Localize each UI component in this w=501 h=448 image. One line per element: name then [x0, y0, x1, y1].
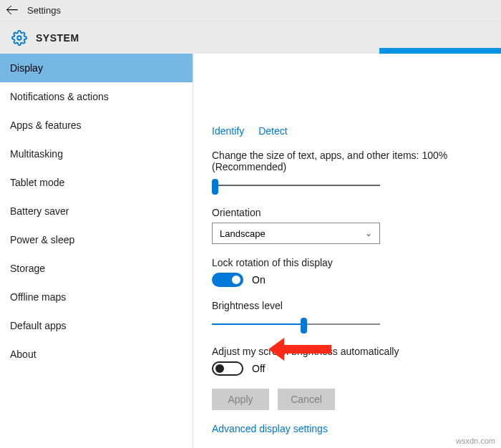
sidebar-item-notifications[interactable]: Notifications & actions	[0, 82, 193, 111]
gear-icon	[11, 30, 27, 46]
lock-rotation-toggle[interactable]	[212, 273, 243, 287]
sidebar-item-about[interactable]: About	[0, 340, 193, 369]
content-pane: Identify Detect Change the size of text,…	[193, 54, 501, 448]
back-button[interactable]: 🡠	[6, 3, 27, 18]
auto-brightness-value: Off	[252, 363, 265, 374]
sidebar-item-battery[interactable]: Battery saver	[0, 197, 193, 225]
sidebar-item-multitasking[interactable]: Multitasking	[0, 140, 193, 168]
detect-link[interactable]: Detect	[258, 125, 287, 137]
lock-rotation-label: Lock rotation of this display	[212, 257, 482, 268]
auto-brightness-label: Adjust my screen brightness automaticall…	[212, 346, 482, 357]
sidebar-item-maps[interactable]: Offline maps	[0, 283, 193, 311]
brightness-slider[interactable]	[212, 316, 380, 333]
auto-brightness-toggle[interactable]	[212, 361, 243, 376]
advanced-link[interactable]: Advanced display settings	[212, 423, 482, 434]
svg-point-0	[17, 36, 21, 40]
lock-rotation-value: On	[252, 274, 266, 286]
brightness-label: Brightness level	[212, 300, 482, 311]
slider-thumb[interactable]	[301, 318, 307, 333]
apply-button[interactable]: Apply	[212, 389, 269, 410]
sidebar-item-storage[interactable]: Storage	[0, 254, 193, 283]
watermark: wsxdn.com	[456, 437, 495, 445]
sidebar-item-display[interactable]: Display	[0, 54, 193, 82]
sidebar-item-default-apps[interactable]: Default apps	[0, 311, 193, 340]
accent-bar	[379, 48, 501, 54]
sidebar-item-power[interactable]: Power & sleep	[0, 225, 193, 254]
sidebar: Display Notifications & actions Apps & f…	[0, 54, 193, 448]
sidebar-item-apps[interactable]: Apps & features	[0, 111, 193, 140]
orientation-select[interactable]: Landscape ⌄	[212, 223, 380, 244]
text-size-label: Change the size of text, apps, and other…	[212, 150, 482, 172]
orientation-value: Landscape	[220, 228, 266, 239]
text-size-slider[interactable]	[212, 177, 380, 194]
chevron-down-icon: ⌄	[365, 228, 372, 238]
category-label: SYSTEM	[36, 32, 79, 44]
window-title: Settings	[27, 5, 61, 16]
sidebar-item-tablet[interactable]: Tablet mode	[0, 168, 193, 197]
slider-thumb[interactable]	[212, 179, 218, 195]
title-bar: 🡠 Settings	[0, 0, 501, 21]
cancel-button[interactable]: Cancel	[278, 389, 335, 410]
orientation-label: Orientation	[212, 207, 482, 218]
identify-link[interactable]: Identify	[212, 125, 244, 137]
